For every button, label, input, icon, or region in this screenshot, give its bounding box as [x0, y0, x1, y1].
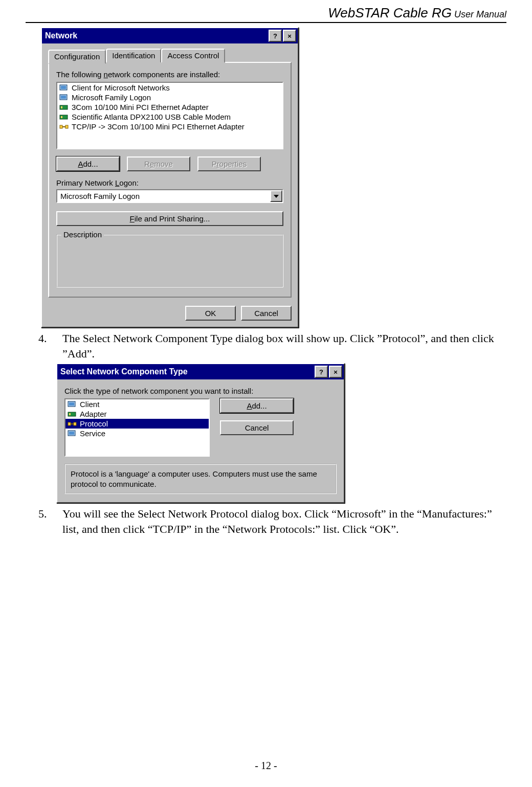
- svg-rect-17: [68, 422, 71, 425]
- cancel-button[interactable]: Cancel: [241, 306, 292, 321]
- svg-rect-15: [69, 413, 71, 415]
- svg-rect-9: [60, 125, 62, 128]
- list-item-protocol[interactable]: Protocol: [65, 419, 209, 429]
- prompt-text: Click the type of network component you …: [64, 387, 337, 395]
- tab-access-control[interactable]: Access Control: [161, 49, 225, 63]
- list-item[interactable]: Client for Microsoft Networks: [57, 83, 282, 93]
- tab-panel: The following network components are ins…: [48, 62, 292, 298]
- description-caption: Description: [61, 230, 104, 239]
- svg-rect-10: [65, 125, 68, 128]
- description-group: Description: [56, 234, 283, 287]
- service-icon: [68, 430, 77, 438]
- network-dialog: Network ? × Configuration Identification…: [41, 27, 299, 328]
- svg-rect-7: [61, 116, 62, 118]
- list-item-adapter[interactable]: Adapter: [65, 409, 209, 419]
- protocol-icon: [68, 420, 77, 428]
- dialog-title: Network: [45, 31, 77, 40]
- svg-rect-5: [61, 106, 62, 108]
- component-type-listbox[interactable]: Client Adapter Protocol Service: [64, 398, 210, 457]
- svg-rect-3: [61, 96, 66, 99]
- properties-button[interactable]: Properties: [197, 156, 261, 171]
- list-item[interactable]: Scientific Atlanta DPX2100 USB Cable Mod…: [57, 112, 282, 122]
- primary-logon-combo[interactable]: Microsoft Family Logon: [56, 189, 283, 203]
- titlebar[interactable]: Network ? ×: [42, 28, 298, 43]
- help-button[interactable]: ?: [269, 30, 282, 42]
- components-listbox[interactable]: Client for Microsoft Networks Microsoft …: [56, 82, 283, 149]
- add-button[interactable]: Add...: [220, 398, 294, 413]
- primary-logon-label: Primary Network Logon:: [56, 178, 283, 187]
- cancel-button[interactable]: Cancel: [220, 420, 294, 435]
- list-item[interactable]: 3Com 10/100 Mini PCI Ethernet Adapter: [57, 102, 282, 112]
- doc-subtitle: User Manual: [452, 9, 506, 19]
- svg-marker-11: [274, 195, 279, 198]
- add-button[interactable]: Add...: [56, 156, 120, 171]
- header-rule: [26, 22, 506, 23]
- titlebar[interactable]: Select Network Component Type ? ×: [57, 364, 344, 379]
- file-print-sharing-button[interactable]: File and Print Sharing...: [56, 211, 283, 226]
- adapter-icon: [68, 410, 77, 418]
- primary-logon-value: Microsoft Family Logon: [57, 190, 270, 202]
- doc-brand: WebSTAR Cable RG: [328, 5, 452, 20]
- chevron-down-icon[interactable]: [270, 190, 282, 202]
- protocol-icon: [59, 123, 69, 131]
- component-type-dialog: Select Network Component Type ? × Click …: [56, 363, 345, 503]
- client-icon: [68, 400, 77, 409]
- list-item-client[interactable]: Client: [65, 399, 209, 409]
- list-item-service[interactable]: Service: [65, 429, 209, 438]
- installed-label: The following network components are ins…: [56, 70, 283, 79]
- description-group: Protocol is a 'language' a computer uses…: [64, 464, 337, 494]
- page-header: WebSTAR Cable RG User Manual: [26, 0, 506, 21]
- svg-rect-20: [69, 432, 74, 435]
- step-4: 4. The Select Network Component Type dia…: [38, 331, 506, 361]
- client-icon: [59, 84, 69, 92]
- svg-rect-13: [69, 402, 74, 406]
- svg-rect-1: [61, 86, 66, 89]
- description-text: Protocol is a 'language' a computer uses…: [71, 469, 330, 489]
- dialog-title: Select Network Component Type: [60, 367, 188, 376]
- remove-button[interactable]: Remove: [127, 156, 190, 171]
- tab-identification[interactable]: Identification: [106, 49, 161, 63]
- adapter-icon: [59, 103, 69, 111]
- adapter-icon: [59, 113, 69, 121]
- list-item[interactable]: Microsoft Family Logon: [57, 93, 282, 102]
- close-button[interactable]: ×: [329, 366, 342, 378]
- step-5: 5. You will see the Select Network Proto…: [38, 506, 506, 536]
- ok-button[interactable]: OK: [185, 306, 236, 321]
- close-button[interactable]: ×: [283, 30, 296, 42]
- page-number: - 12 -: [0, 760, 532, 772]
- svg-rect-18: [74, 422, 76, 425]
- list-item[interactable]: TCP/IP -> 3Com 10/100 Mini PCI Ethernet …: [57, 122, 282, 131]
- client-icon: [59, 94, 69, 102]
- tab-configuration[interactable]: Configuration: [48, 50, 106, 64]
- help-button[interactable]: ?: [315, 366, 328, 378]
